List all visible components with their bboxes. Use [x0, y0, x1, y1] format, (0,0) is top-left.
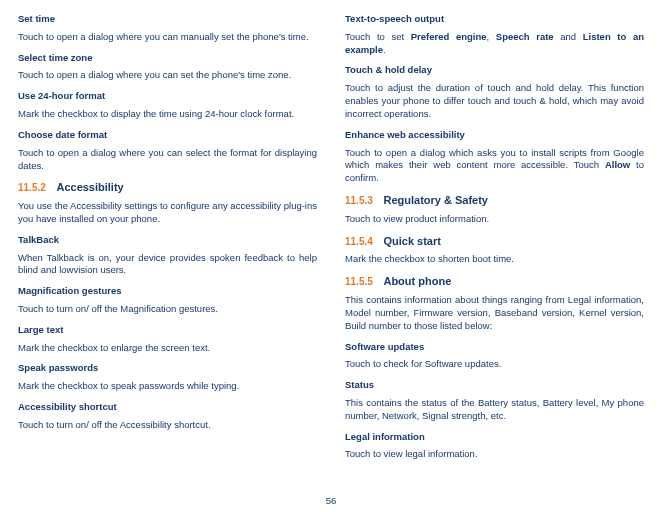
tts-c3: .: [383, 44, 386, 55]
talkback-heading: TalkBack: [18, 234, 317, 247]
time-zone-heading: Select time zone: [18, 52, 317, 65]
large-text-heading: Large text: [18, 324, 317, 337]
large-text-body: Mark the checkbox to enlarge the screen …: [18, 342, 317, 355]
section-1155-heading: 11.5.5 About phone: [345, 274, 644, 289]
speak-passwords-heading: Speak passwords: [18, 362, 317, 375]
section-1153-heading: 11.5.3 Regulatory & Safety: [345, 193, 644, 208]
section-1154-title: Quick start: [383, 235, 440, 247]
tts-heading: Text-to-speech output: [345, 13, 644, 26]
magnification-heading: Magnification gestures: [18, 285, 317, 298]
time-zone-body: Touch to open a dialog where you can set…: [18, 69, 317, 82]
speak-passwords-body: Mark the checkbox to speak passwords whi…: [18, 380, 317, 393]
accessibility-shortcut-body: Touch to turn on/ off the Accessibility …: [18, 419, 317, 432]
ew-pre: Touch to open a dialog which asks you to…: [345, 147, 644, 171]
tts-c1: ,: [487, 31, 496, 42]
enhance-web-heading: Enhance web accessibility: [345, 129, 644, 142]
tts-bold2: Speech rate: [496, 31, 554, 42]
section-1152-title: Accessibility: [56, 181, 123, 193]
status-heading: Status: [345, 379, 644, 392]
software-updates-heading: Software updates: [345, 341, 644, 354]
ew-bold: Allow: [605, 159, 630, 170]
date-format-body: Touch to open a dialog where you can sel…: [18, 147, 317, 173]
section-1155-number: 11.5.5: [345, 276, 373, 287]
section-1152-number: 11.5.2: [18, 182, 46, 193]
section-1154-number: 11.5.4: [345, 236, 373, 247]
24h-body: Mark the checkbox to display the time us…: [18, 108, 317, 121]
set-time-body: Touch to open a dialog where you can man…: [18, 31, 317, 44]
right-column: Text-to-speech output Touch to set Prefe…: [331, 0, 662, 512]
section-1154-body: Mark the checkbox to shorten boot time.: [345, 253, 644, 266]
magnification-body: Touch to turn on/ off the Magnification …: [18, 303, 317, 316]
date-format-heading: Choose date format: [18, 129, 317, 142]
section-1153-title: Regulatory & Safety: [383, 194, 488, 206]
section-1153-body: Touch to view product information.: [345, 213, 644, 226]
section-1155-title: About phone: [383, 275, 451, 287]
section-1154-heading: 11.5.4 Quick start: [345, 234, 644, 249]
tts-c2: and: [554, 31, 583, 42]
section-1155-body: This contains information about things r…: [345, 294, 644, 332]
section-1152-body: You use the Accessibility settings to co…: [18, 200, 317, 226]
set-time-heading: Set time: [18, 13, 317, 26]
tts-pre: Touch to set: [345, 31, 411, 42]
touch-hold-body: Touch to adjust the duration of touch an…: [345, 82, 644, 120]
left-column: Set time Touch to open a dialog where yo…: [0, 0, 331, 512]
software-updates-body: Touch to check for Software updates.: [345, 358, 644, 371]
enhance-web-body: Touch to open a dialog which asks you to…: [345, 147, 644, 185]
tts-bold1: Prefered engine: [411, 31, 487, 42]
touch-hold-heading: Touch & hold delay: [345, 64, 644, 77]
talkback-body: When Talkback is on, your device provide…: [18, 252, 317, 278]
section-1152-heading: 11.5.2 Accessibility: [18, 180, 317, 195]
accessibility-shortcut-heading: Accessibility shortcut: [18, 401, 317, 414]
24h-heading: Use 24-hour format: [18, 90, 317, 103]
page-number: 56: [326, 495, 337, 506]
section-1153-number: 11.5.3: [345, 195, 373, 206]
legal-info-heading: Legal information: [345, 431, 644, 444]
legal-info-body: Touch to view legal information.: [345, 448, 644, 461]
status-body: This contains the status of the Battery …: [345, 397, 644, 423]
tts-body: Touch to set Prefered engine, Speech rat…: [345, 31, 644, 57]
